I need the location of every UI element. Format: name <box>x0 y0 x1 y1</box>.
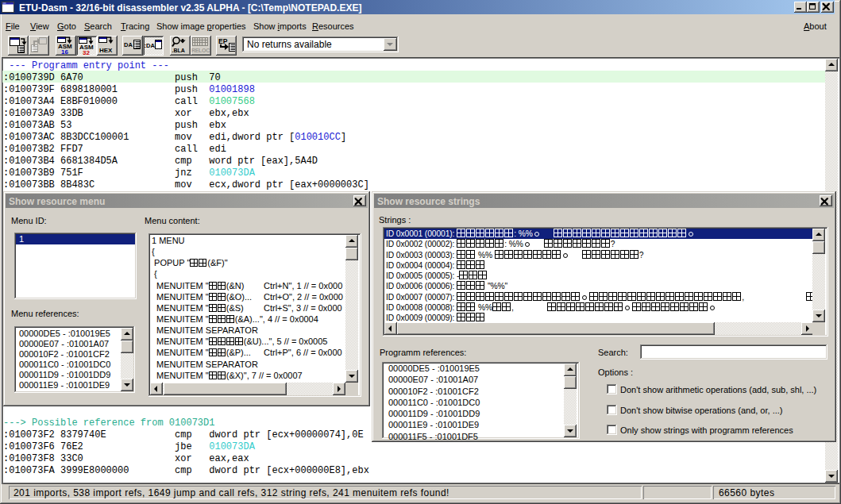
svg-text:DA: DA <box>124 41 133 48</box>
svg-text:16: 16 <box>61 48 68 54</box>
svg-text:.BLA: .BLA <box>172 48 185 53</box>
svg-text:HEX: HEX <box>99 47 113 54</box>
svg-text::DA: :DA <box>145 42 156 49</box>
svg-text:EP: EP <box>218 37 228 45</box>
svg-text:RELOC: RELOC <box>191 48 210 53</box>
svg-text:32: 32 <box>83 49 90 55</box>
